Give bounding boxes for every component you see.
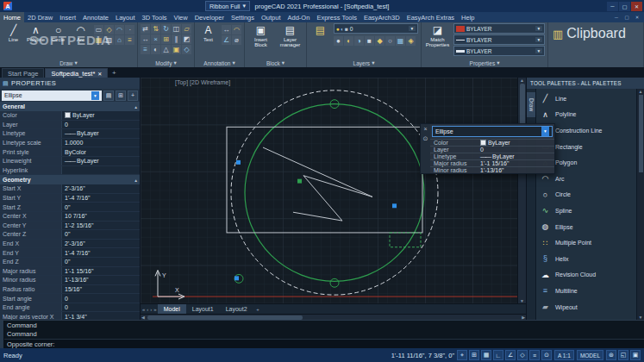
modify-tool-icon[interactable]: ◫ <box>172 24 181 34</box>
model-space-button[interactable]: MODEL <box>577 350 603 360</box>
draw-extra-icon[interactable]: ∙ <box>125 25 134 34</box>
property-value[interactable]: 0 <box>62 294 140 303</box>
layer-tool-icon[interactable]: ◐ <box>344 36 353 46</box>
modify-tool-icon[interactable]: ◩ <box>182 34 191 44</box>
ribbon-tab[interactable]: Add-On <box>284 12 314 22</box>
property-value[interactable]: 0" <box>62 230 140 239</box>
crosshair-icon[interactable]: ⌖ <box>457 350 467 360</box>
vertical-scrollbar[interactable]: ▲ ▼ <box>517 78 526 303</box>
property-row[interactable]: Radius ratio 15/16" <box>0 285 140 295</box>
draw-extra-icon[interactable]: ▭ <box>94 25 103 34</box>
grip-point[interactable] <box>392 203 397 208</box>
layout-tab[interactable]: Layout2 <box>220 304 253 314</box>
ribbon-tab[interactable]: Settings <box>228 12 258 22</box>
draw-extra-icon[interactable]: ◇ <box>104 25 114 34</box>
match-properties-button[interactable]: ◪ Match Properties <box>424 23 451 48</box>
draw-tool-button[interactable]: ○ Circle <box>47 23 69 42</box>
draw-extra-icon[interactable]: ⌂ <box>115 35 124 45</box>
palette-tool-item[interactable]: ∷ Multiple Point <box>536 234 636 251</box>
section-header-general[interactable]: General ▴ <box>0 102 140 111</box>
annotation-scale-button[interactable]: A 1:1 <box>554 350 574 360</box>
ribbon-tab[interactable]: View <box>171 12 191 22</box>
command-input[interactable]: Opposite corner: <box>4 339 644 348</box>
property-row[interactable]: Start X 2'-3/16" <box>0 184 140 194</box>
property-row[interactable]: Start Y 1'-4 7/16" <box>0 194 140 203</box>
modify-tool-icon[interactable]: × <box>151 34 160 44</box>
ortho-icon[interactable]: ∟ <box>493 350 503 360</box>
property-row[interactable]: Center Z 0" <box>0 230 140 240</box>
property-row[interactable]: Center Y 1'-2 15/16" <box>0 222 140 231</box>
dyn-icon[interactable]: ⊙ <box>541 350 552 360</box>
ribbon-tab[interactable]: Express Tools <box>313 12 360 22</box>
property-value[interactable]: 0" <box>62 258 140 266</box>
modify-tool-icon[interactable]: ▱ <box>182 24 191 34</box>
property-value[interactable]: ByColor <box>62 147 140 156</box>
property-row[interactable]: End Z 0" <box>0 258 140 267</box>
scrollbar-thumb[interactable] <box>147 315 303 320</box>
property-value[interactable]: ByLayer <box>62 157 140 165</box>
snap-icon[interactable]: ⊞ <box>469 350 479 360</box>
popup-property-row[interactable]: Color ByLayer <box>430 139 554 146</box>
property-row[interactable]: Center X 10 7/16" <box>0 212 140 222</box>
layer-tool-icon[interactable]: ◆ <box>375 36 385 46</box>
palette-tool-item[interactable]: ≡ Multiline <box>536 283 636 299</box>
property-row[interactable]: Color ByLayer <box>0 111 140 121</box>
annotation-tool-icon[interactable]: ∠ <box>222 35 231 45</box>
layout-nav-icon[interactable]: « <box>142 307 145 312</box>
ribbon-tab[interactable]: EasyArch3D <box>360 12 403 22</box>
close-icon[interactable]: × <box>423 126 427 132</box>
ribbon-tab[interactable]: Output <box>258 12 284 22</box>
property-row[interactable]: Linetype ByLayer <box>0 129 140 139</box>
entity-type-select[interactable]: Ellipse ▾ <box>2 90 102 101</box>
annotation-tool-icon[interactable]: ◠ <box>232 25 241 34</box>
scroll-up-icon[interactable]: ▲ <box>520 78 524 83</box>
property-row[interactable]: Minor radius 1'-13/16" <box>0 276 140 285</box>
annotation-tool-icon[interactable]: ↔ <box>222 25 231 34</box>
popup-property-value[interactable]: 0 <box>480 147 554 153</box>
coordinates-display[interactable]: 1'-11 11/16", 7 3/8", 0" <box>391 352 454 359</box>
units-icon[interactable]: ▣ <box>630 350 641 360</box>
horizontal-scrollbar[interactable]: ◀ ▶ <box>141 314 526 320</box>
layout-tab[interactable]: Model <box>158 304 186 314</box>
layout-nav-icon[interactable]: › <box>150 307 152 312</box>
group-caption-layers[interactable]: Layers▾ <box>309 59 418 67</box>
popup-property-value[interactable]: ByLayer <box>480 140 554 146</box>
modify-tool-icon[interactable]: ⇄ <box>141 24 150 34</box>
layer-tool-icon[interactable]: ◈ <box>406 36 416 46</box>
draw-extra-icon[interactable]: ▨ <box>104 35 114 45</box>
palette-tool-item[interactable]: ∧ Polyline <box>536 107 636 123</box>
palette-tool-item[interactable]: § Helix <box>536 251 636 267</box>
clean-screen-icon[interactable]: ◱ <box>618 350 628 360</box>
draw-tool-button[interactable]: ◠ Arc <box>70 23 91 42</box>
layer-select[interactable]: ●◐■ 0 ▾ <box>334 23 418 34</box>
property-row[interactable]: Start Z 0" <box>0 203 140 212</box>
ribbon-tab[interactable]: Developer <box>191 12 228 22</box>
group-caption-block[interactable]: Block▾ <box>247 59 303 67</box>
property-row[interactable]: Linetype scale 1.0000 <box>0 139 140 148</box>
modify-tool-icon[interactable]: ⊞ <box>161 34 171 44</box>
doc-minimize-button[interactable]: ─ <box>612 15 621 20</box>
close-button[interactable]: ✕ <box>631 2 642 11</box>
close-icon[interactable]: ✕ <box>97 71 102 77</box>
popup-property-row[interactable]: Layer 0 <box>430 146 554 153</box>
quick-select-button[interactable]: + <box>128 90 138 101</box>
palette-tab-draw[interactable]: Draw <box>527 92 535 117</box>
property-row[interactable]: Major axis vector X 1'-1 3/4" <box>0 312 140 320</box>
layer-tool-icon[interactable]: ▦ <box>396 36 405 46</box>
ribbon-tab[interactable]: Annotate <box>79 12 112 22</box>
popup-property-value[interactable]: ByLayer <box>480 153 554 159</box>
grid-icon[interactable]: ▦ <box>481 350 491 360</box>
property-row[interactable]: Start angle 0 <box>0 294 140 303</box>
property-value[interactable]: 2'-3/16" <box>62 184 140 193</box>
block-tool-button[interactable]: ▤ Layer manager <box>277 23 303 48</box>
ribbon-tab[interactable]: 3D Tools <box>139 12 171 22</box>
ribbon-tab[interactable]: 2D Draw <box>24 12 56 22</box>
workspace-icon[interactable]: ⊛ <box>606 350 616 360</box>
draw-extra-icon[interactable]: ≡ <box>125 35 134 45</box>
modify-tool-icon[interactable]: ↔ <box>141 34 150 44</box>
doc-restore-button[interactable]: ▢ <box>622 15 631 20</box>
doc-close-button[interactable]: ✕ <box>633 15 641 20</box>
layer-tool-icon[interactable]: ■ <box>365 36 374 46</box>
property-row[interactable]: End X 2'-3/16" <box>0 240 140 249</box>
draw-tool-button[interactable]: ∧ Polyline <box>25 23 47 42</box>
